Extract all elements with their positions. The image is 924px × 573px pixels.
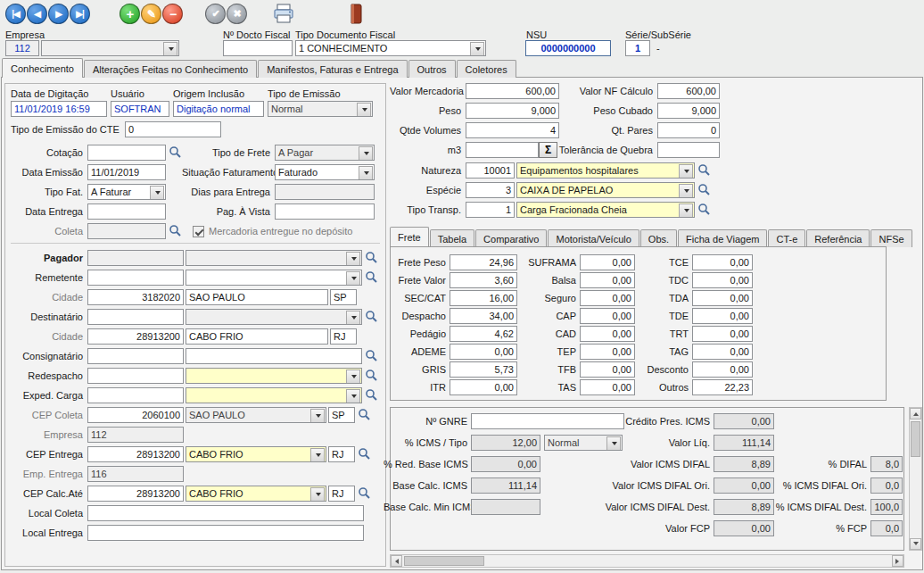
exped-carga-combo[interactable]: [186, 387, 362, 403]
empresa-combo[interactable]: [41, 40, 179, 56]
base-min-field[interactable]: [471, 499, 540, 515]
cep-entrega-search-button[interactable]: [355, 446, 371, 462]
exped-carga-code-field[interactable]: [87, 387, 184, 403]
frete-field[interactable]: 0,00: [692, 344, 753, 360]
subtab-referencia[interactable]: Referência: [806, 229, 870, 247]
tipo-transp-code[interactable]: 1: [466, 202, 515, 218]
cep-entrega-code[interactable]: 28913200: [87, 446, 184, 462]
nav-prev-button[interactable]: ◀: [27, 4, 47, 24]
especie-combo[interactable]: CAIXA DE PAPELAO: [516, 182, 695, 198]
frete-field[interactable]: 0,00: [580, 326, 635, 342]
natureza-combo[interactable]: Equipamentos hospitalares: [516, 162, 695, 179]
cep-calc-code[interactable]: 28913200: [87, 486, 184, 502]
frete-field[interactable]: 0,00: [580, 361, 635, 378]
origem-field[interactable]: Digitação normal: [173, 101, 264, 117]
qtde-volumes-field[interactable]: 4: [466, 122, 559, 138]
data-entrega-field[interactable]: [87, 203, 166, 220]
add-button[interactable]: +: [120, 4, 140, 24]
remetente-combo[interactable]: [186, 270, 362, 286]
frete-field[interactable]: 0,00: [692, 308, 753, 324]
tab-outros[interactable]: Outros: [408, 60, 456, 78]
cidade-destinatario-code[interactable]: 28913200: [87, 328, 184, 345]
frete-field[interactable]: 0,00: [692, 326, 753, 342]
horizontal-scroll-thumb[interactable]: [404, 556, 484, 566]
subtab-obs[interactable]: Obs.: [640, 229, 677, 247]
nav-first-button[interactable]: |◀: [5, 4, 26, 24]
exped-carga-search-button[interactable]: [362, 387, 378, 403]
frete-field[interactable]: 3,60: [450, 272, 517, 288]
print-button[interactable]: [273, 3, 294, 27]
valor-mercadoria-field[interactable]: 600,00: [466, 83, 559, 99]
tab-conhecimento[interactable]: Conhecimento: [2, 58, 83, 78]
pagador-code-field[interactable]: [87, 250, 184, 266]
cotacao-search-button[interactable]: [166, 145, 182, 161]
situacao-combo[interactable]: Faturado: [275, 164, 375, 180]
tipo-fat-combo[interactable]: A Faturar: [87, 184, 166, 200]
subtab-ficha-viagem[interactable]: Ficha de Viagem: [678, 229, 767, 247]
frete-field[interactable]: 0,00: [580, 308, 635, 324]
especie-code[interactable]: 3: [466, 182, 515, 198]
nav-last-button[interactable]: ▶|: [70, 4, 90, 24]
tipo-emissao-combo[interactable]: Normal: [268, 101, 373, 117]
delete-button[interactable]: −: [162, 4, 183, 24]
cep-entrega-uf[interactable]: RJ: [328, 446, 355, 462]
dias-entrega-field[interactable]: [275, 184, 375, 200]
natureza-search-button[interactable]: [695, 162, 711, 179]
cidade-destinatario-nome[interactable]: CABO FRIO: [186, 328, 328, 345]
frete-field[interactable]: 0,00: [580, 344, 635, 360]
pct-fcp-field[interactable]: 0,0: [870, 520, 903, 536]
empresa-row-field[interactable]: 112: [87, 427, 184, 443]
frete-field[interactable]: 0,00: [692, 290, 753, 306]
redespacho-code-field[interactable]: [87, 368, 184, 384]
cidade-remetente-code[interactable]: 3182020: [87, 289, 184, 305]
tipo-transp-combo[interactable]: Carga Fracionada Cheia: [516, 202, 695, 218]
tipo-doc-fiscal-combo[interactable]: 1 CONHECIMENTO: [295, 40, 486, 56]
natureza-code[interactable]: 10001: [466, 162, 515, 179]
cte-field[interactable]: 0: [125, 121, 221, 137]
subtab-cte[interactable]: CT-e: [768, 229, 805, 247]
cep-entrega-cidade-combo[interactable]: CABO FRIO: [186, 446, 326, 462]
frete-field[interactable]: 0,00: [692, 361, 753, 378]
frete-field[interactable]: 34,00: [450, 308, 517, 324]
frete-field[interactable]: 5,73: [450, 361, 517, 378]
edit-button[interactable]: ✎: [141, 4, 161, 24]
frete-field[interactable]: 0,00: [450, 379, 517, 395]
deposito-checkbox[interactable]: [193, 226, 204, 237]
peso-cubado-field[interactable]: 9,000: [657, 103, 720, 119]
frete-field[interactable]: 0,00: [580, 379, 635, 395]
pag-vista-field[interactable]: [275, 203, 375, 220]
credito-icms-field[interactable]: 0,00: [714, 413, 774, 429]
tipo-frete-combo[interactable]: A Pagar: [275, 145, 375, 161]
cep-calc-cidade-combo[interactable]: CABO FRIO: [186, 486, 326, 502]
frete-field[interactable]: 0,00: [450, 344, 517, 360]
frete-field[interactable]: 0,00: [580, 254, 635, 270]
frete-field[interactable]: 22,23: [692, 379, 753, 395]
vertical-scroll-thumb[interactable]: [911, 421, 920, 457]
subtab-comparativo[interactable]: Comparativo: [475, 229, 547, 247]
horizontal-scrollbar[interactable]: [390, 554, 904, 568]
pagador-search-button[interactable]: [362, 250, 378, 266]
nav-next-button[interactable]: ▶: [48, 4, 69, 24]
cep-coleta-uf[interactable]: SP: [328, 407, 355, 423]
cep-coleta-code[interactable]: 2060100: [87, 407, 184, 423]
cidade-destinatario-uf[interactable]: RJ: [330, 328, 357, 345]
qt-pares-field[interactable]: 0: [657, 122, 720, 138]
sum-button[interactable]: Σ: [539, 142, 557, 158]
subtab-frete[interactable]: Frete: [390, 227, 429, 247]
frete-field[interactable]: 4,62: [450, 326, 517, 342]
m3-field[interactable]: [466, 142, 539, 158]
redespacho-combo[interactable]: [186, 368, 362, 384]
empresa-field[interactable]: 112: [5, 40, 39, 56]
frete-field[interactable]: 0,00: [580, 290, 635, 306]
data-emissao-field[interactable]: 11/01/2019: [87, 164, 166, 180]
tolerancia-field[interactable]: [657, 142, 720, 158]
remetente-search-button[interactable]: [362, 270, 378, 286]
frete-field[interactable]: 16,00: [450, 290, 517, 306]
especie-search-button[interactable]: [695, 182, 711, 198]
pagador-combo[interactable]: [186, 250, 362, 266]
digitacao-field[interactable]: 11/01/2019 16:59: [11, 101, 107, 117]
redespacho-search-button[interactable]: [362, 368, 378, 384]
destinatario-combo[interactable]: [186, 309, 362, 325]
frete-field[interactable]: 0,00: [580, 272, 635, 288]
tab-coletores[interactable]: Coletores: [457, 60, 516, 78]
